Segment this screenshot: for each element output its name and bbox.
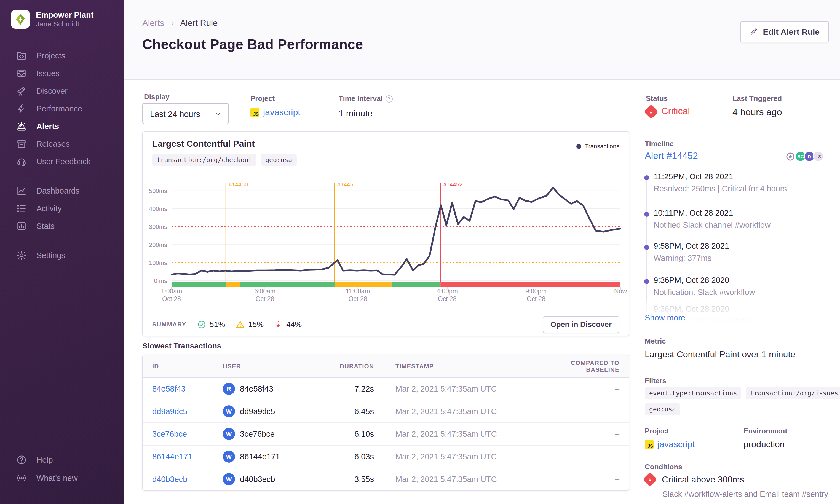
timeline-entry-time: 9:36PM, Oct 28 2020 <box>654 276 729 285</box>
timeline-bullet <box>644 279 649 284</box>
time-interval-value: 1 minute <box>339 109 373 119</box>
help-circle-icon[interactable]: ? <box>386 95 393 102</box>
baseline: – <box>542 468 629 490</box>
sidebar-item-performance[interactable]: Performance <box>0 101 124 117</box>
table-row: 3ce76bce W3ce76bce 6.10s Mar 2, 2021 5:4… <box>143 422 629 445</box>
lcp-chart-card: Largest Contentful Paint transaction:/or… <box>142 131 629 336</box>
filters-label: Filters <box>645 377 666 385</box>
sidebar-item-label: Activity <box>36 204 62 213</box>
show-more-link[interactable]: Show more <box>645 313 685 322</box>
table-header-row: ID USER DURATION TIMESTAMP COMPARED TO B… <box>143 355 629 377</box>
transaction-id-link[interactable]: dd9a9dc5 <box>143 400 223 422</box>
col-timestamp: TIMESTAMP <box>374 355 542 377</box>
chart-summary-row: SUMMARY 51% 15% 44% Open in Discover <box>143 311 629 336</box>
sidebar-item-user-feedback[interactable]: User Feedback <box>0 153 124 170</box>
sidebar-item-projects[interactable]: Projects <box>0 48 124 64</box>
timeline-entry-desc: Resolved: 250ms | Critical for 4 hours <box>654 184 787 193</box>
sidebar-item-activity[interactable]: Activity <box>0 200 124 217</box>
alert-number-link[interactable]: Alert #14452 <box>645 150 698 162</box>
javascript-platform-icon: JS <box>645 440 654 449</box>
col-user: USER <box>223 355 317 377</box>
table-row: d40b3ecb Wd40b3ecb 3.55s Mar 2, 2021 5:4… <box>143 468 629 490</box>
breadcrumb-alert-rule: Alert Rule <box>180 18 218 28</box>
open-in-discover-button[interactable]: Open in Discover <box>543 316 619 333</box>
critical-fire-icon <box>644 104 659 119</box>
project-link[interactable]: JS javascript <box>250 108 300 118</box>
org-name: Empower Plant <box>36 10 94 20</box>
timestamp: Mar 2, 2021 5:47:35am UTC <box>374 422 542 445</box>
project-detail-label: Project <box>645 427 669 435</box>
pencil-icon <box>750 28 758 36</box>
transaction-id-link[interactable]: 3ce76bce <box>143 422 223 445</box>
avatar: R <box>223 382 235 395</box>
svg-text:Oct 28: Oct 28 <box>348 295 367 303</box>
lcp-chart-svg: 500ms400ms300ms200ms100ms0 ms#14450#1445… <box>143 179 630 307</box>
sidebar-item-label: Help <box>36 455 53 464</box>
alerts-siren-icon <box>16 121 27 132</box>
sidebar-item-label: Performance <box>36 104 82 113</box>
svg-text:11:00am: 11:00am <box>346 288 370 295</box>
filter-geo: geo:usa <box>645 403 680 415</box>
edit-alert-rule-label: Edit Alert Rule <box>763 27 820 36</box>
sidebar-item-issues[interactable]: Issues <box>0 65 124 82</box>
slowest-transactions-title: Slowest Transactions <box>142 341 221 350</box>
releases-icon <box>16 139 27 149</box>
environment-value: production <box>744 439 785 449</box>
sidebar-item-alerts[interactable]: Alerts <box>0 118 124 134</box>
breadcrumb: Alerts › Alert Rule <box>142 18 218 28</box>
transaction-id-link[interactable]: 84e58f43 <box>143 377 223 400</box>
filters-row-1: event.type:transactions transaction:/org… <box>645 387 840 399</box>
sidebar-item-help[interactable]: Help <box>0 452 124 468</box>
filter-transaction: transaction:/org/issues <box>746 387 840 399</box>
metric-label: Metric <box>645 337 666 345</box>
tag-geo-usa: geo:usa <box>261 154 297 166</box>
chart-title: Largest Contentful Paint <box>152 139 255 149</box>
display-period-value: Last 24 hours <box>150 109 200 118</box>
sidebar-item-stats[interactable]: Stats <box>0 218 124 234</box>
sidebar-item-releases[interactable]: Releases <box>0 136 124 152</box>
page-title: Checkout Page Bad Performance <box>142 36 363 52</box>
last-triggered-value: 4 hours ago <box>732 107 782 118</box>
org-logo <box>11 10 30 29</box>
baseline: – <box>542 445 629 468</box>
metric-value: Largest Contentful Paint over 1 minute <box>645 349 795 360</box>
user-id: dd9a9dc5 <box>240 407 275 415</box>
sidebar-item-settings[interactable]: Settings <box>0 247 124 264</box>
project-detail-link[interactable]: JS javascript <box>645 439 695 449</box>
sidebar-item-dashboards[interactable]: Dashboards <box>0 182 124 199</box>
duration: 6.10s <box>317 422 374 445</box>
chart-filter-tags: transaction:/org/checkout geo:usa <box>152 154 297 166</box>
sidebar-item-label: Alerts <box>36 122 59 131</box>
project-label: Project <box>250 94 275 103</box>
svg-text:9:00pm: 9:00pm <box>525 288 547 295</box>
chevron-down-icon <box>215 110 222 117</box>
time-interval-label: Time Interval? <box>339 94 393 103</box>
avatar-overflow-badge[interactable]: +3 <box>813 151 823 162</box>
edit-alert-rule-button[interactable]: Edit Alert Rule <box>740 21 829 42</box>
warning-triangle-icon <box>235 320 245 329</box>
legend-dot <box>577 144 582 149</box>
timeline-entry-time: 10:11PM, Oct 28 2021 <box>654 209 733 217</box>
sidebar-item-whats-new[interactable]: What’s new <box>0 470 124 486</box>
transaction-id-link[interactable]: 86144e171 <box>143 445 223 468</box>
user-id: 84e58f43 <box>240 384 273 393</box>
svg-text:1:00am: 1:00am <box>161 288 182 295</box>
sidebar-item-discover[interactable]: Discover <box>0 83 124 99</box>
status-value: Critical <box>661 106 690 117</box>
display-period-dropdown[interactable]: Last 24 hours <box>142 103 229 124</box>
transaction-id-link[interactable]: d40b3ecb <box>143 468 223 490</box>
svg-text:0 ms: 0 ms <box>154 277 167 284</box>
breadcrumb-alerts[interactable]: Alerts <box>142 18 164 28</box>
issues-icon <box>16 68 27 79</box>
sidebar-item-label: Settings <box>36 251 65 260</box>
condition-description: Slack #workflow-alerts and Email team #s… <box>662 490 828 499</box>
duration: 6.45s <box>317 400 374 422</box>
summary-critical: 44% <box>274 320 302 329</box>
timeline-label: Timeline <box>645 140 674 148</box>
stats-icon <box>16 220 27 232</box>
org-switcher[interactable]: Empower Plant Jane Schmidt <box>11 10 94 29</box>
filters-row-2: geo:usa <box>645 403 680 415</box>
activity-icon <box>16 203 27 214</box>
timeline-bullet <box>644 245 649 250</box>
javascript-platform-icon: JS <box>250 108 259 117</box>
